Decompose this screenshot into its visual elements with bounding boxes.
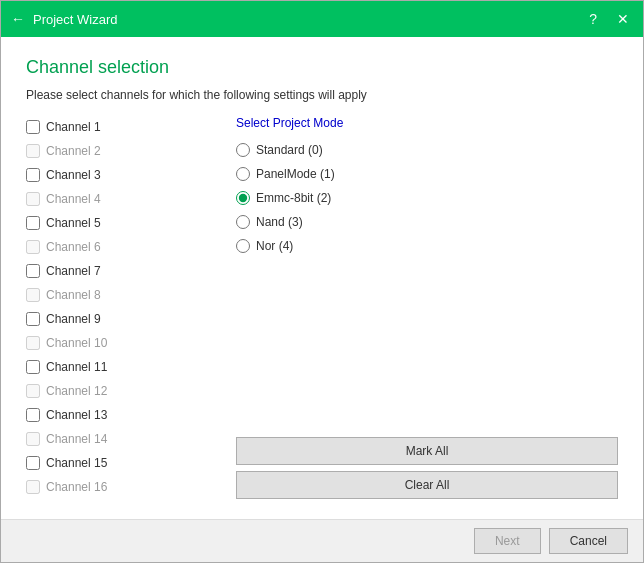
channel-label-12: Channel 12 bbox=[46, 384, 107, 398]
channel-checkbox-13[interactable] bbox=[26, 408, 40, 422]
channel-checkbox-3[interactable] bbox=[26, 168, 40, 182]
action-buttons: Mark All Clear All bbox=[236, 427, 618, 499]
radio-standard[interactable] bbox=[236, 143, 250, 157]
channel-checkbox-16[interactable] bbox=[26, 480, 40, 494]
radio-label-emmc8bit: Emmc-8bit (2) bbox=[256, 191, 331, 205]
dialog-title: Project Wizard bbox=[33, 12, 118, 27]
channel-item-3: Channel 3 bbox=[26, 164, 226, 186]
footer: Next Cancel bbox=[1, 519, 643, 562]
mark-all-button[interactable]: Mark All bbox=[236, 437, 618, 465]
channel-item-10: Channel 10 bbox=[26, 332, 226, 354]
channel-item-5: Channel 5 bbox=[26, 212, 226, 234]
radio-nor[interactable] bbox=[236, 239, 250, 253]
channel-checkbox-8[interactable] bbox=[26, 288, 40, 302]
channel-item-6: Channel 6 bbox=[26, 236, 226, 258]
channel-checkbox-7[interactable] bbox=[26, 264, 40, 278]
title-bar-controls: ? ✕ bbox=[585, 9, 633, 29]
title-bar: ← Project Wizard ? ✕ bbox=[1, 1, 643, 37]
channel-item-12: Channel 12 bbox=[26, 380, 226, 402]
next-button[interactable]: Next bbox=[474, 528, 541, 554]
cancel-button[interactable]: Cancel bbox=[549, 528, 628, 554]
channel-checkbox-9[interactable] bbox=[26, 312, 40, 326]
channel-checkbox-5[interactable] bbox=[26, 216, 40, 230]
channel-item-7: Channel 7 bbox=[26, 260, 226, 282]
close-button[interactable]: ✕ bbox=[613, 9, 633, 29]
clear-all-button[interactable]: Clear All bbox=[236, 471, 618, 499]
channel-item-8: Channel 8 bbox=[26, 284, 226, 306]
dialog-window: ← Project Wizard ? ✕ Channel selection P… bbox=[0, 0, 644, 563]
title-bar-left: ← Project Wizard bbox=[11, 11, 118, 27]
channel-item-15: Channel 15 bbox=[26, 452, 226, 474]
channel-item-9: Channel 9 bbox=[26, 308, 226, 330]
radio-item-panelmode: PanelMode (1) bbox=[236, 162, 618, 186]
radio-label-nand: Nand (3) bbox=[256, 215, 303, 229]
radio-item-emmc8bit: Emmc-8bit (2) bbox=[236, 186, 618, 210]
project-mode-title[interactable]: Select Project Mode bbox=[236, 116, 618, 130]
channel-checkbox-4[interactable] bbox=[26, 192, 40, 206]
back-button[interactable]: ← bbox=[11, 11, 25, 27]
channel-label-16: Channel 16 bbox=[46, 480, 107, 494]
channel-checkbox-10[interactable] bbox=[26, 336, 40, 350]
channel-item-1: Channel 1 bbox=[26, 116, 226, 138]
channel-label-14: Channel 14 bbox=[46, 432, 107, 446]
radio-emmc8bit[interactable] bbox=[236, 191, 250, 205]
project-mode-section: Select Project Mode Standard (0)PanelMod… bbox=[236, 116, 618, 427]
subtitle: Please select channels for which the fol… bbox=[26, 88, 618, 102]
channel-item-16: Channel 16 bbox=[26, 476, 226, 498]
channel-label-1: Channel 1 bbox=[46, 120, 101, 134]
radio-nand[interactable] bbox=[236, 215, 250, 229]
channel-label-3: Channel 3 bbox=[46, 168, 101, 182]
radio-item-standard: Standard (0) bbox=[236, 138, 618, 162]
channel-label-6: Channel 6 bbox=[46, 240, 101, 254]
channel-label-4: Channel 4 bbox=[46, 192, 101, 206]
radio-label-nor: Nor (4) bbox=[256, 239, 293, 253]
channel-checkbox-2[interactable] bbox=[26, 144, 40, 158]
content-area: Channel selection Please select channels… bbox=[1, 37, 643, 519]
channel-item-13: Channel 13 bbox=[26, 404, 226, 426]
channel-label-11: Channel 11 bbox=[46, 360, 107, 374]
channel-checkbox-14[interactable] bbox=[26, 432, 40, 446]
channel-item-14: Channel 14 bbox=[26, 428, 226, 450]
channel-checkbox-12[interactable] bbox=[26, 384, 40, 398]
channel-label-9: Channel 9 bbox=[46, 312, 101, 326]
channel-checkbox-6[interactable] bbox=[26, 240, 40, 254]
right-column: Select Project Mode Standard (0)PanelMod… bbox=[236, 116, 618, 509]
channel-label-15: Channel 15 bbox=[46, 456, 107, 470]
radio-item-nor: Nor (4) bbox=[236, 234, 618, 258]
page-title: Channel selection bbox=[26, 57, 618, 78]
channel-label-8: Channel 8 bbox=[46, 288, 101, 302]
channel-label-5: Channel 5 bbox=[46, 216, 101, 230]
channel-label-2: Channel 2 bbox=[46, 144, 101, 158]
channel-checkbox-1[interactable] bbox=[26, 120, 40, 134]
radio-panelmode[interactable] bbox=[236, 167, 250, 181]
channel-label-10: Channel 10 bbox=[46, 336, 107, 350]
radio-label-standard: Standard (0) bbox=[256, 143, 323, 157]
channel-checkbox-15[interactable] bbox=[26, 456, 40, 470]
channel-label-7: Channel 7 bbox=[46, 264, 101, 278]
help-button[interactable]: ? bbox=[585, 9, 601, 29]
channel-checkbox-11[interactable] bbox=[26, 360, 40, 374]
channel-label-13: Channel 13 bbox=[46, 408, 107, 422]
channel-item-2: Channel 2 bbox=[26, 140, 226, 162]
channel-item-4: Channel 4 bbox=[26, 188, 226, 210]
main-area: Channel 1Channel 2Channel 3Channel 4Chan… bbox=[26, 116, 618, 509]
channels-column: Channel 1Channel 2Channel 3Channel 4Chan… bbox=[26, 116, 226, 509]
radio-label-panelmode: PanelMode (1) bbox=[256, 167, 335, 181]
channel-item-11: Channel 11 bbox=[26, 356, 226, 378]
radio-item-nand: Nand (3) bbox=[236, 210, 618, 234]
